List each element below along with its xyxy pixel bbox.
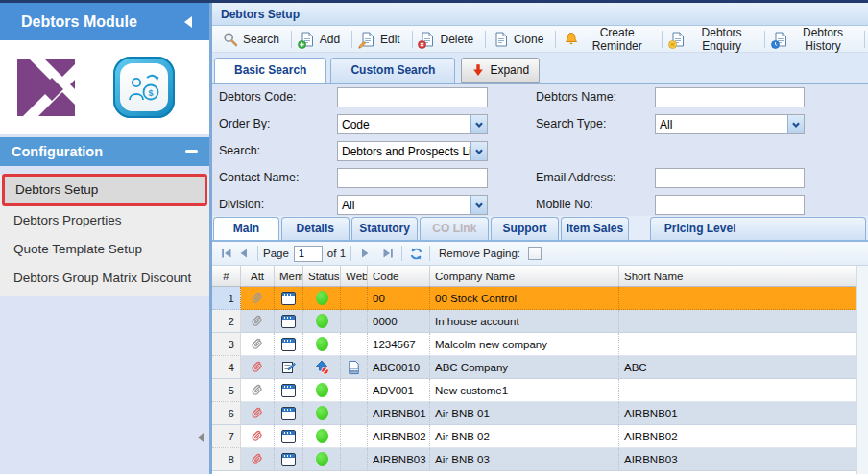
next-page-button[interactable] — [356, 245, 374, 262]
search-button[interactable]: Search — [218, 28, 288, 51]
table-row[interactable]: 6 AIRBNB01 Air BNB 01 AIRBNB01 — [212, 402, 856, 425]
debtors-name-input[interactable] — [656, 88, 804, 107]
debtors-history-button[interactable]: Debtors History — [768, 28, 861, 51]
chevron-down-icon[interactable] — [470, 115, 487, 133]
last-page-icon — [380, 246, 396, 261]
column-header-status[interactable]: Status — [303, 266, 341, 286]
debtors-module-icon[interactable]: $ — [113, 57, 175, 118]
code-cell: 00 — [368, 287, 430, 310]
column-header-company-name[interactable]: Company Name — [430, 266, 619, 286]
first-page-button[interactable] — [218, 245, 235, 262]
sidebar-item-debtors-properties[interactable]: Debtors Properties — [0, 206, 209, 235]
refresh-button[interactable] — [407, 245, 424, 262]
debtors-history-label: Debtors History — [793, 26, 853, 53]
page-number-input[interactable] — [294, 246, 323, 262]
delete-button[interactable]: Delete — [415, 28, 482, 51]
logo-panel: $ — [0, 40, 209, 134]
debtors-name-field[interactable] — [655, 87, 805, 107]
debtors-name-label: Debtors Name: — [536, 87, 616, 107]
chevron-down-icon[interactable] — [470, 142, 487, 160]
column-header-att[interactable]: Att — [241, 266, 275, 286]
sidebar-header[interactable]: Debtors Module — [0, 3, 209, 40]
remove-paging-checkbox[interactable] — [528, 247, 542, 260]
sidebar-item-debtors-setup[interactable]: Debtors Setup — [5, 177, 205, 203]
code-cell: 1234567 — [368, 333, 430, 356]
tab-item-sales[interactable]: Item Sales — [561, 217, 629, 240]
doc-edit-icon — [360, 32, 375, 47]
column-header-number[interactable]: # — [212, 266, 241, 286]
debtors-enquiry-button[interactable]: Debtors Enquiry — [665, 28, 761, 51]
create-reminder-button[interactable]: Create Reminder — [559, 28, 659, 51]
table-row[interactable]: 1 00 00 Stock Control — [212, 287, 856, 310]
table-row[interactable]: 7 AIRBNB02 Air BNB 02 AIRBNB02 — [212, 425, 856, 448]
order-by-select[interactable]: Code — [337, 114, 488, 134]
column-header-website[interactable]: Website — [341, 266, 368, 286]
table-row[interactable]: 2 0000 In house account — [212, 310, 856, 333]
email-address-field[interactable] — [655, 168, 805, 188]
previous-page-icon — [236, 246, 252, 261]
column-header-code[interactable]: Code — [368, 266, 430, 286]
sidebar-item-debtors-group-matrix-discount[interactable]: Debtors Group Matrix Discount — [0, 264, 209, 293]
search-type-select[interactable]: All — [655, 114, 805, 134]
short-name-cell: AIRBNB03 — [619, 448, 856, 471]
tab-details[interactable]: Details — [281, 217, 350, 240]
collapse-sidebar-icon[interactable] — [184, 16, 192, 28]
contact-name-input[interactable] — [338, 169, 487, 187]
table-row[interactable]: 4 ABC0010 ABC Company ABC — [212, 356, 856, 379]
short-name-cell — [619, 333, 856, 356]
debtors-code-input[interactable] — [338, 88, 487, 107]
mobile-no-input[interactable] — [656, 196, 804, 214]
tab-custom-search[interactable]: Custom Search — [330, 58, 455, 83]
row-number: 8 — [212, 448, 241, 471]
company-name-cell: New custome1 — [430, 379, 619, 402]
edit-button[interactable]: Edit — [355, 28, 409, 51]
status-cell — [303, 356, 341, 379]
email-address-input[interactable] — [656, 169, 804, 187]
table-row[interactable]: 5 ADV001 New custome1 — [212, 379, 856, 402]
delete-button-label: Delete — [440, 33, 473, 46]
search-select[interactable]: Debtors and Prospects Li — [337, 141, 488, 161]
toolbar-separator — [412, 31, 413, 48]
debtors-code-label: Debtors Code: — [219, 87, 297, 107]
tab-pricing-level[interactable]: Pricing Level — [650, 217, 866, 240]
debtors-module-icon-inner: $ — [120, 63, 168, 111]
last-page-button[interactable] — [379, 245, 397, 262]
vertical-scrollbar[interactable] — [856, 266, 868, 474]
column-header-memo[interactable]: Memo — [275, 266, 303, 286]
division-select[interactable]: All — [337, 195, 488, 215]
attachment-cell — [241, 425, 275, 448]
column-header-short-name[interactable]: Short Name — [619, 266, 856, 286]
chevron-down-icon[interactable] — [470, 196, 487, 214]
table-row[interactable]: 8 AIRBNB03 Air BNB 03 AIRBNB03 — [212, 448, 856, 471]
expand-button[interactable]: Expand — [461, 58, 540, 83]
website-cell — [341, 287, 368, 310]
configuration-section-header[interactable]: Configuration — [0, 137, 209, 166]
short-name-cell: ABC — [619, 356, 856, 379]
minus-icon[interactable] — [185, 150, 198, 153]
company-name-cell: Air BNB 03 — [430, 448, 619, 471]
memo-icon — [281, 338, 296, 351]
chevron-down-icon[interactable] — [787, 115, 804, 133]
memo-cell — [275, 287, 303, 310]
add-button[interactable]: Add — [295, 28, 349, 51]
memo-cell — [275, 310, 303, 333]
previous-page-button[interactable] — [235, 245, 253, 262]
main-panel: Debtors Setup Search Add Edit — [209, 3, 868, 474]
code-cell: ADV001 — [368, 379, 430, 402]
contact-name-field[interactable] — [337, 168, 488, 188]
sidebar-item-quote-template-setup[interactable]: Quote Template Setup — [0, 235, 209, 264]
mobile-no-field[interactable] — [655, 195, 805, 215]
debtors-code-field[interactable] — [337, 87, 488, 107]
tab-main[interactable]: Main — [213, 217, 279, 240]
status-cell — [303, 310, 341, 333]
memo-cell — [275, 333, 303, 356]
tab-support-task[interactable]: Support Task — [491, 217, 559, 240]
splitter-collapse-icon[interactable] — [198, 433, 204, 442]
clone-button[interactable]: Clone — [489, 28, 552, 51]
grid-body: 1 00 00 Stock Control 2 0000 — [212, 287, 856, 474]
short-name-cell: AIRBNB02 — [619, 425, 856, 448]
table-row[interactable]: 3 1234567 Malcolm new company — [212, 333, 856, 356]
code-cell: ABC0010 — [368, 356, 430, 379]
tab-basic-search[interactable]: Basic Search — [214, 58, 326, 83]
tab-statutory[interactable]: Statutory — [351, 217, 419, 240]
